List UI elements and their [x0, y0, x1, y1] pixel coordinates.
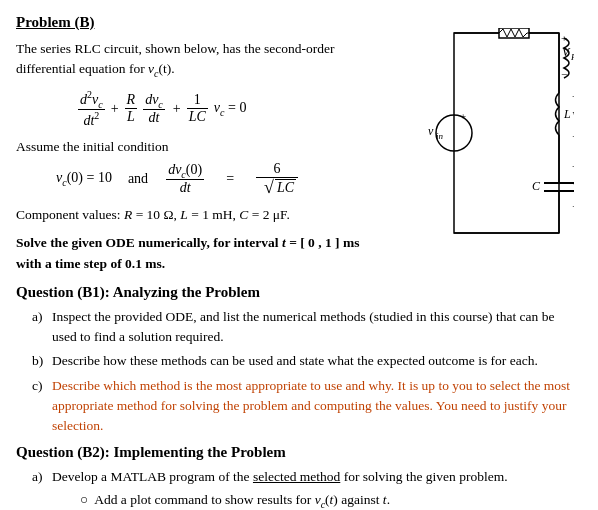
circuit-diagram: + v in R + V R − L + — [424, 28, 574, 243]
svg-text:v: v — [428, 124, 434, 138]
svg-text:+: + — [572, 160, 574, 172]
svg-text:V: V — [572, 109, 574, 123]
q-b1-list: a) Inspect the provided ODE, and list th… — [16, 307, 582, 437]
q-b2-item-a: a) Develop a MATLAB program of the selec… — [32, 467, 582, 510]
q-b2-title: Question (B2): Implementing the Problem — [16, 444, 582, 461]
svg-text:V: V — [572, 179, 574, 193]
q-b1-item-c: c) Describe which method is the most app… — [32, 376, 582, 437]
svg-text:+: + — [460, 110, 466, 122]
svg-text:−: − — [572, 200, 574, 212]
q-b2-list: a) Develop a MATLAB program of the selec… — [16, 467, 582, 510]
q-b1-item-b: b) Describe how these methods can be use… — [32, 351, 582, 371]
svg-text:R: R — [570, 52, 574, 62]
svg-text:+: + — [572, 90, 574, 102]
svg-rect-0 — [454, 33, 559, 233]
q-b1-title: Question (B1): Analyzing the Problem — [16, 284, 582, 301]
q-b1-item-a: a) Inspect the provided ODE, and list th… — [32, 307, 582, 348]
q-b2-item-a-sub: ○ Add a plot command to show results for… — [80, 490, 508, 510]
svg-text:L: L — [563, 107, 571, 121]
svg-text:in: in — [436, 131, 444, 141]
svg-text:C: C — [532, 179, 541, 193]
svg-text:−: − — [572, 130, 574, 142]
and-label: and — [128, 171, 148, 187]
